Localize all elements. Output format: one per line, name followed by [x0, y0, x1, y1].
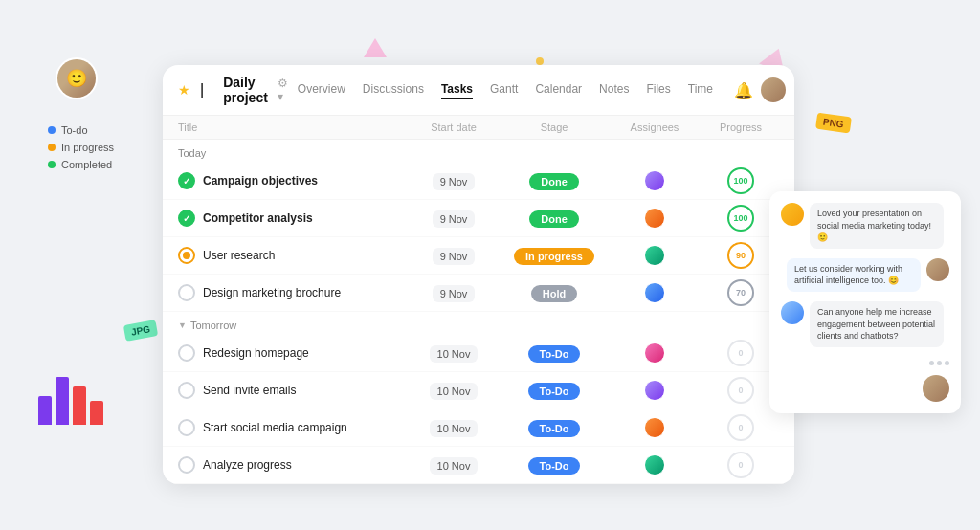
task-title-cell: Send invite emails [178, 382, 406, 399]
bar-4 [90, 401, 103, 425]
progress-circle: 0 [727, 377, 754, 404]
chat-bubble-1: Loved your presentation on social media … [810, 203, 944, 249]
chat-avatar-2 [926, 258, 949, 281]
tab-tasks[interactable]: Tasks [441, 80, 473, 99]
section-today-label: Today [178, 147, 206, 159]
task-checkbox[interactable] [178, 419, 195, 436]
table-row[interactable]: Start social media campaign 10 Nov To-Do… [163, 409, 794, 447]
assignee-cell [607, 208, 702, 229]
task-title-text: Start social media campaign [203, 421, 347, 434]
table-row[interactable]: Design marketing brochure 9 Nov Hold 70 [163, 275, 794, 312]
assignee-avatar [644, 380, 665, 401]
task-title-text: Redesign homepage [203, 346, 309, 360]
assignee-avatar [644, 417, 665, 438]
tab-discussions[interactable]: Discussions [363, 80, 424, 99]
task-title-cell: Analyze progress [178, 456, 406, 474]
typing-dot-3 [945, 361, 949, 365]
col-progress: Progress [702, 121, 779, 133]
progress-circle: 90 [727, 242, 754, 269]
bell-icon[interactable]: 🔔 [734, 81, 753, 99]
task-checkbox[interactable] [178, 284, 195, 301]
tab-gantt[interactable]: Gantt [490, 80, 518, 99]
task-stage: To-Do [528, 457, 581, 475]
task-date: 9 Nov [433, 210, 476, 228]
task-checkbox[interactable] [178, 210, 195, 227]
tab-time[interactable]: Time [688, 80, 713, 99]
table-row[interactable]: Redesign homepage 10 Nov To-Do 0 [163, 335, 794, 372]
chat-bubble-2: Let us consider working with artificial … [787, 258, 921, 292]
progress-circle: 100 [727, 167, 754, 194]
task-checkbox[interactable] [178, 172, 195, 189]
png-badge: PNG [815, 113, 852, 134]
section-today: Today [163, 140, 794, 163]
task-stage: To-Do [528, 420, 581, 437]
table-row[interactable]: Campaign objectives 9 Nov Done 100 [163, 163, 794, 200]
assignee-avatar [644, 454, 665, 475]
typing-indicator [781, 361, 949, 365]
progress-circle: 0 [727, 452, 754, 478]
tab-calendar[interactable]: Calendar [535, 80, 582, 99]
table-row[interactable]: Competitor analysis 9 Nov Done 100 [163, 200, 794, 237]
chat-bubble-3: Can anyone help me increase engagement b… [810, 301, 944, 347]
decorative-dot [536, 57, 544, 65]
assignee-avatar [644, 208, 665, 229]
chat-panel: Loved your presentation on social media … [769, 191, 961, 413]
task-title-text: Competitor analysis [203, 211, 313, 225]
task-date: 10 Nov [430, 420, 479, 437]
table-row[interactable]: Send invite emails 10 Nov To-Do 0 [163, 372, 794, 409]
task-checkbox[interactable] [178, 382, 195, 399]
task-date: 10 Nov [430, 345, 479, 363]
section-tomorrow-label: Tomorrow [190, 320, 236, 331]
bar-3 [73, 386, 86, 425]
tab-files[interactable]: Files [646, 80, 670, 99]
progress-circle: 100 [727, 205, 754, 232]
task-title-text: Analyze progress [203, 458, 292, 472]
assignee-cell [607, 380, 702, 401]
task-stage: Hold [531, 285, 577, 302]
progress-cell: 0 [702, 340, 779, 366]
avatar-image: 🙂 [57, 59, 96, 98]
progress-cell: 100 [702, 205, 779, 232]
table-row[interactable]: Analyze progress 10 Nov To-Do 0 [163, 447, 794, 484]
bar-2 [56, 377, 69, 425]
chat-bottom-avatar [923, 375, 949, 402]
assignee-avatar [644, 170, 665, 191]
legend-todo: To-do [48, 124, 114, 136]
task-stage: In progress [514, 248, 594, 265]
project-name: Daily project [223, 75, 268, 105]
task-title-text: Campaign objectives [203, 174, 318, 188]
progress-cell: 0 [702, 377, 779, 404]
chevron-icon: ▼ [178, 320, 187, 330]
card-header: ★ | Daily project ⚙ ▾ Overview Discussio… [163, 65, 794, 116]
table-row[interactable]: User research 9 Nov In progress 90 [163, 237, 794, 275]
jpg-badge: JPG [123, 320, 158, 342]
assignee-avatar [644, 245, 665, 266]
task-title-cell: Competitor analysis [178, 210, 406, 227]
header-avatar[interactable] [761, 77, 786, 102]
nav-tabs: Overview Discussions Tasks Gantt Calenda… [298, 80, 713, 99]
user-avatar[interactable]: 🙂 [56, 57, 98, 99]
chat-message-3: Can anyone help me increase engagement b… [781, 301, 949, 347]
progress-circle: 0 [727, 414, 754, 441]
col-assignees: Assignees [607, 121, 702, 133]
task-checkbox[interactable] [178, 456, 195, 474]
task-title-cell: User research [178, 247, 406, 264]
settings-icon[interactable]: ⚙ ▾ [278, 77, 288, 103]
task-title-cell: Redesign homepage [178, 344, 406, 362]
task-stage: Done [529, 210, 579, 228]
table-header-row: Title Start date Stage Assignees Progres… [163, 116, 794, 140]
task-title-cell: Start social media campaign [178, 419, 406, 436]
task-stage: To-Do [528, 345, 581, 363]
task-checkbox[interactable] [178, 247, 195, 264]
progress-cell: 90 [702, 242, 779, 269]
task-checkbox[interactable] [178, 344, 195, 362]
task-stage: Done [529, 173, 579, 190]
typing-dot-2 [937, 361, 942, 365]
star-icon[interactable]: ★ [178, 82, 190, 98]
tab-notes[interactable]: Notes [599, 80, 629, 99]
task-date: 9 Nov [433, 285, 476, 302]
assignee-avatar [644, 282, 665, 303]
tab-overview[interactable]: Overview [298, 80, 345, 99]
bar-chart [38, 367, 103, 425]
legend-dot-todo [48, 126, 56, 134]
